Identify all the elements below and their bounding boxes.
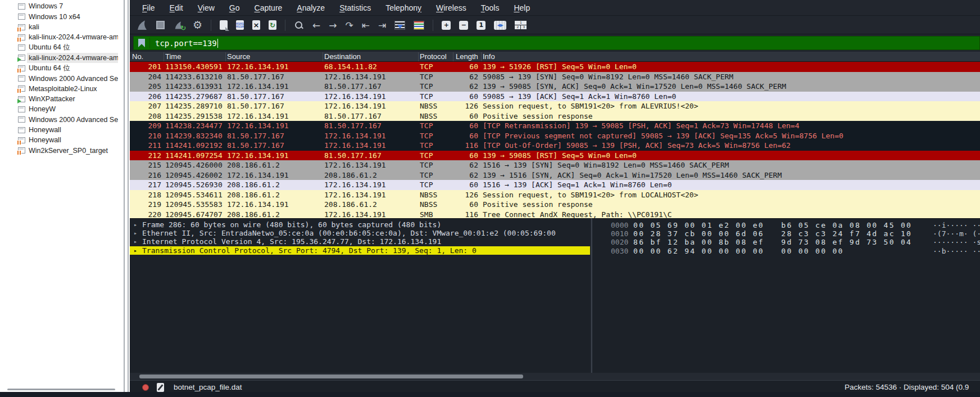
column-header-time[interactable]: Time [165,52,181,62]
zoom-normal-icon[interactable]: 1 [477,21,486,30]
vm-list-item[interactable]: kali-linux-2024.4-vmware-amd [0,53,118,63]
column-divider[interactable] [418,52,419,61]
expand-arrow-icon[interactable]: ▸ [134,237,137,246]
auto-scroll-icon[interactable] [394,21,405,30]
column-header-destination[interactable]: Destination [324,52,361,62]
packet-row[interactable]: 219 120945.535583 172.16.134.191 208.186… [130,200,980,210]
column-divider[interactable] [225,52,226,61]
sidebar-window-divider[interactable] [118,0,130,392]
go-first-packet-icon[interactable]: ⇤ [362,20,370,31]
display-filter-bar[interactable]: tcp.port==139 [133,36,980,50]
hex-row[interactable]: 0020 86 bf 12 ba 00 8b 08 ef 9d 73 08 ef… [592,238,980,246]
go-back-icon[interactable]: ← [312,20,320,31]
menu-item[interactable]: Edit [166,3,187,12]
menu-item[interactable]: View [194,3,218,12]
vm-list-item[interactable]: Windows 10 x64 [0,12,118,22]
packet-row[interactable]: 210 114239.832340 81.50.177.167 172.16.1… [130,131,980,141]
zoom-in-icon[interactable]: + [442,21,451,30]
packet-row[interactable]: 201 113150.430591 172.16.134.191 68.154.… [130,62,980,72]
expert-info-dot-icon[interactable] [142,384,149,391]
detail-line[interactable]: ▸Ethernet II, Src: EntradaNetwo_05:ce:0a… [130,229,590,237]
menu-item[interactable]: Tools [478,3,503,12]
vm-list-item[interactable]: Ubuntu 64 位 [0,42,118,52]
packet-row[interactable]: 211 114241.092192 81.50.177.167 172.16.1… [130,141,980,151]
menu-item[interactable]: File [139,3,158,12]
menu-item[interactable]: Go [226,3,243,12]
capture-comment-icon[interactable] [157,383,164,392]
vm-list-item[interactable]: kali-linux-2024.4-vmware-amd [0,32,118,42]
zoom-out-icon[interactable]: − [459,21,468,30]
restart-capture-icon[interactable]: ↻ [173,20,184,31]
column-header-info[interactable]: Info [483,52,495,62]
column-header-length[interactable]: Length [456,52,478,62]
column-header-no[interactable]: No. [132,52,143,62]
close-file-icon[interactable]: × [252,20,260,30]
save-file-icon[interactable]: 0101 0110 [236,20,244,30]
menu-item[interactable]: Statistics [336,3,374,12]
column-divider[interactable] [164,52,164,61]
expand-arrow-icon[interactable]: ▸ [134,220,137,229]
vm-list-item[interactable]: Windows 2000 Advanced Serv [0,115,118,125]
packet-row[interactable]: 207 114235.289710 81.50.177.167 172.16.1… [130,101,980,111]
packet-row[interactable]: 204 114233.613210 81.50.177.167 172.16.1… [130,72,980,82]
menu-item[interactable]: Analyze [293,3,328,12]
vm-list-item[interactable]: Ubuntu 64 位 [0,63,118,73]
packet-row[interactable]: 209 114238.234477 172.16.134.191 81.50.1… [130,121,980,131]
column-divider[interactable] [481,52,482,61]
expand-arrow-icon[interactable]: ▸ [134,246,137,255]
colorize-packets-icon[interactable] [414,21,424,30]
hex-row[interactable]: 0010 00 28 37 cb 00 00 6d 06 28 c3 c3 24… [592,229,980,238]
menu-item[interactable]: Wireless [433,3,470,12]
find-packet-icon[interactable] [294,20,304,30]
go-to-packet-icon[interactable]: ↷ [346,20,353,31]
packet-row[interactable]: 217 120945.526930 208.186.61.2 172.16.13… [130,180,980,190]
open-file-icon[interactable] [220,20,228,30]
vm-list-item[interactable]: kali [0,22,118,32]
packet-row[interactable]: 220 120945.674707 208.186.61.2 172.16.13… [130,210,980,219]
menu-item[interactable]: Capture [251,3,286,12]
go-forward-icon[interactable]: → [329,20,337,31]
reload-file-icon[interactable]: ↻ [269,20,276,30]
packet-row[interactable]: 215 120945.426000 208.186.61.2 172.16.13… [130,160,980,170]
packet-row[interactable]: 212 114241.097254 172.16.134.191 81.50.1… [130,151,980,161]
vm-list-item[interactable]: Windows 7 [0,1,118,11]
packet-list-header[interactable]: No. Time Source Destination Protocol Len… [130,52,980,62]
packet-row[interactable]: 216 120945.426002 172.16.134.191 208.186… [130,170,980,181]
scrollbar-thumb[interactable] [139,375,523,378]
detail-line[interactable]: ▸Frame 286: 60 bytes on wire (480 bits),… [130,220,590,229]
vm-list-item[interactable]: HoneyW [0,104,118,114]
cell-no: 220 [130,210,161,219]
detail-line[interactable]: ▸Transmission Control Protocol, Src Port… [130,246,590,255]
display-filter-input[interactable]: tcp.port==139 [155,39,217,48]
hex-row[interactable]: 0030 00 00 62 94 00 00 00 00 00 00 00 00… [592,247,980,255]
vm-list-item[interactable]: Honeywall [0,135,118,145]
hex-row[interactable]: 0000 00 05 69 00 01 e2 00 e0 b6 05 ce 0a… [592,221,980,229]
packet-row[interactable]: 206 114235.279687 81.50.177.167 172.16.1… [130,92,980,102]
resize-columns-icon[interactable]: ◂▸ [494,21,506,30]
cell-info: 139 → 51926 [RST] Seq=5 Win=0 Len=0 [483,62,637,72]
go-last-packet-icon[interactable]: ⇥ [378,20,386,31]
sidebar-horizontal-scrollbar[interactable] [7,389,115,390]
menu-item[interactable]: Help [510,3,533,12]
column-header-protocol[interactable]: Protocol [420,52,447,62]
menu-item[interactable]: Telephony [382,3,425,12]
start-capture-icon[interactable] [137,20,148,31]
filter-bookmark-icon[interactable] [138,39,145,47]
vm-list-item[interactable]: Honeywall [0,125,118,135]
stop-capture-icon[interactable] [156,21,165,29]
detail-horizontal-scrollbar[interactable] [130,373,980,380]
capture-options-icon[interactable]: ⚙ [193,19,202,31]
vm-list-item[interactable]: Win2kServer_SP0_target [0,145,118,155]
packet-row[interactable]: 205 114233.613931 172.16.134.191 81.50.1… [130,82,980,92]
vm-list-item[interactable]: WinXPattacker [0,94,118,104]
expand-arrow-icon[interactable]: ▸ [134,229,137,237]
layout-panes-icon[interactable]: 1 2 3 [515,21,527,29]
detail-line[interactable]: ▸Internet Protocol Version 4, Src: 195.3… [130,237,590,246]
column-divider[interactable] [323,52,323,61]
column-header-source[interactable]: Source [227,52,250,62]
vm-list-item[interactable]: Metasploitable2-Linux [0,84,118,94]
vm-list-item[interactable]: Windows 2000 Advanced Serv [0,73,118,83]
column-divider[interactable] [453,52,453,61]
packet-row[interactable]: 218 120945.534611 208.186.61.2 172.16.13… [130,190,980,200]
packet-row[interactable]: 208 114235.291538 172.16.134.191 81.50.1… [130,111,980,121]
